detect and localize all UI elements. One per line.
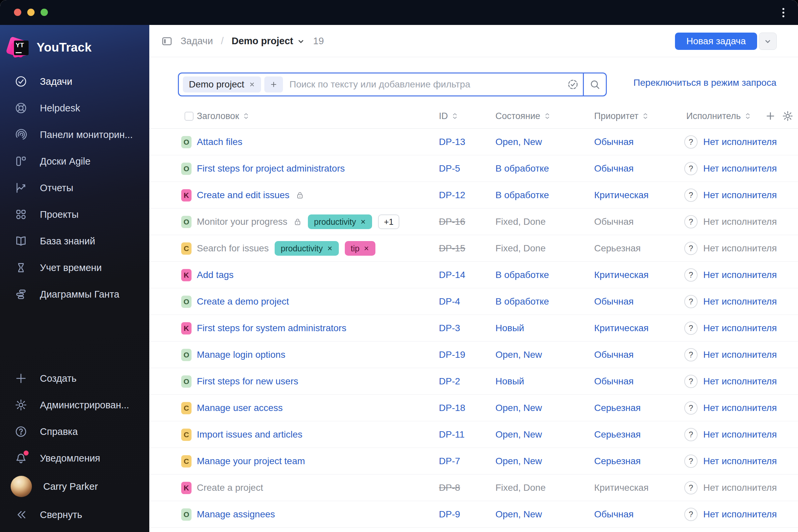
zoom-window-button[interactable] [41,8,48,16]
add-filter-button[interactable] [264,76,283,92]
issue-state[interactable]: Open, New [495,395,542,421]
issue-priority[interactable]: Обычная [594,129,634,155]
tag-tip[interactable]: tip [345,241,375,256]
issue-title-link[interactable]: First steps for project administrators [197,163,345,174]
sidebar-item-knowledge-base[interactable]: База знаний [0,228,149,254]
issue-state[interactable]: Open, New [495,501,542,528]
issue-id-link[interactable]: DP-5 [439,155,460,182]
issue-assignee[interactable]: ?Нет исполнителя [684,262,777,288]
issue-title-link[interactable]: Import issues and articles [197,429,302,440]
issue-priority[interactable]: Критическая [594,182,649,208]
new-task-dropdown-button[interactable] [759,33,777,50]
issue-id-link[interactable]: DP-4 [439,288,460,315]
kebab-menu-icon[interactable] [777,6,790,19]
table-row[interactable]: OAttach filesDP-13Open, NewОбычная?Нет и… [149,129,798,155]
issue-assignee[interactable]: ?Нет исполнителя [684,501,777,528]
issue-title-link[interactable]: Manage assignees [197,509,275,520]
issue-state[interactable]: Новый [495,315,524,341]
sidebar-item-dashboards[interactable]: Панели мониторин... [0,121,149,148]
issue-assignee[interactable]: ?Нет исполнителя [684,474,777,501]
issue-state[interactable]: Open, New [495,341,542,368]
column-header-priority[interactable]: Приоритет [594,103,649,129]
column-header-id[interactable]: ID [439,103,458,129]
sidebar-item-help[interactable]: Справка [0,418,149,445]
issue-title-link[interactable]: Manage login options [197,349,285,360]
sidebar-user[interactable]: Carry Parker [0,472,149,501]
sidebar-collapse-button[interactable]: Свернуть [0,501,149,528]
issue-title-link[interactable]: Add tags [197,270,234,280]
issue-assignee[interactable]: ?Нет исполнителя [684,155,777,182]
issue-title-link[interactable]: Monitor your progress [197,216,287,227]
issue-state[interactable]: Open, New [495,448,542,474]
table-row[interactable]: OManage login optionsDP-19Open, NewОбычн… [149,341,798,368]
issue-title-link[interactable]: Create and edit issues [197,190,290,201]
sidebar-item-plus[interactable]: Создать [0,365,149,392]
remove-tag-icon[interactable] [327,245,333,251]
issue-title-link[interactable]: Manage user access [197,403,283,413]
issue-id-link[interactable]: DP-14 [439,262,465,288]
breadcrumb-root[interactable]: Задачи [180,36,213,46]
issue-assignee[interactable]: ?Нет исполнителя [684,395,777,421]
issue-state[interactable]: В обработке [495,155,549,182]
issue-assignee[interactable]: ?Нет исполнителя [684,368,777,395]
issue-assignee[interactable]: ?Нет исполнителя [684,288,777,315]
select-all-checkbox[interactable] [185,112,193,121]
toggle-sidebar-icon[interactable] [161,36,173,47]
remove-tag-icon[interactable] [363,245,369,251]
issue-id-link[interactable]: DP-7 [439,448,460,474]
column-header-title[interactable]: Заголовок [197,103,250,129]
issue-priority[interactable]: Серьезная [594,421,641,448]
issue-state[interactable]: Open, New [495,421,542,448]
search-bar[interactable]: Demo project [178,73,607,96]
search-input[interactable] [283,79,563,90]
new-task-button[interactable]: Новая задача [675,33,757,50]
youtrack-logo[interactable]: YT YouTrack [0,25,149,68]
table-row[interactable]: OCreate a demo projectDP-4В обработкеОбы… [149,288,798,315]
remove-filter-icon[interactable] [249,81,255,88]
issue-assignee[interactable]: ?Нет исполнителя [684,421,777,448]
sidebar-item-reports[interactable]: Отчеты [0,174,149,201]
issue-assignee[interactable]: ?Нет исполнителя [684,448,777,474]
issue-priority[interactable]: Обычная [594,341,634,368]
issue-title-link[interactable]: Create a demo project [197,296,289,307]
remove-tag-icon[interactable] [360,219,366,225]
issue-priority[interactable]: Серьезная [594,395,641,421]
issue-id-link[interactable]: DP-19 [439,341,465,368]
sidebar-item-projects[interactable]: Проекты [0,201,149,228]
sidebar-item-tasks[interactable]: Задачи [0,68,149,95]
issue-title-link[interactable]: First steps for system administrators [197,323,346,334]
table-row[interactable]: KCreate a projectDP-8Fixed, DoneКритичес… [149,474,798,501]
issue-id-link[interactable]: DP-13 [439,129,465,155]
more-tags-chip[interactable]: +1 [378,214,400,229]
issue-title-link[interactable]: Attach files [197,137,242,147]
issue-priority[interactable]: Критическая [594,262,649,288]
issue-state[interactable]: Open, New [495,129,542,155]
issue-title-link[interactable]: First steps for new users [197,376,298,387]
sidebar-item-helpdesk[interactable]: Helpdesk [0,95,149,121]
issue-id-link[interactable]: DP-8 [439,474,460,501]
table-row[interactable]: KAdd tagsDP-14В обработкеКритическая?Нет… [149,262,798,288]
table-settings-button[interactable] [782,103,793,129]
issue-id-link[interactable]: DP-11 [439,421,464,448]
table-row[interactable]: CManage your project teamDP-7Open, NewСе… [149,448,798,474]
issue-id-link[interactable]: DP-16 [439,208,465,235]
issue-id-link[interactable]: DP-2 [439,368,460,395]
table-row[interactable]: CImport issues and articlesDP-11Open, Ne… [149,421,798,448]
save-search-button[interactable] [563,74,583,95]
issue-priority[interactable]: Серьезная [594,448,641,474]
sidebar-item-gantt[interactable]: Диаграммы Ганта [0,281,149,307]
add-column-button[interactable] [765,103,776,129]
table-row[interactable]: KCreate and edit issuesDP-12В обработкеК… [149,182,798,208]
issue-state[interactable]: В обработке [495,182,549,208]
issue-priority[interactable]: Обычная [594,368,634,395]
issue-id-link[interactable]: DP-9 [439,501,460,528]
issue-id-link[interactable]: DP-12 [439,182,465,208]
issue-state[interactable]: Fixed, Done [495,235,546,262]
table-row[interactable]: OManage assigneesDP-9Open, NewОбычная?Не… [149,501,798,528]
table-row[interactable]: KFirst steps for system administratorsDP… [149,315,798,341]
issue-priority[interactable]: Критическая [594,315,649,341]
issue-assignee[interactable]: ?Нет исполнителя [684,315,777,341]
tag-productivity[interactable]: productivity [274,241,339,256]
tag-productivity[interactable]: productivity [308,214,372,229]
table-row[interactable]: OFirst steps for project administratorsD… [149,155,798,182]
